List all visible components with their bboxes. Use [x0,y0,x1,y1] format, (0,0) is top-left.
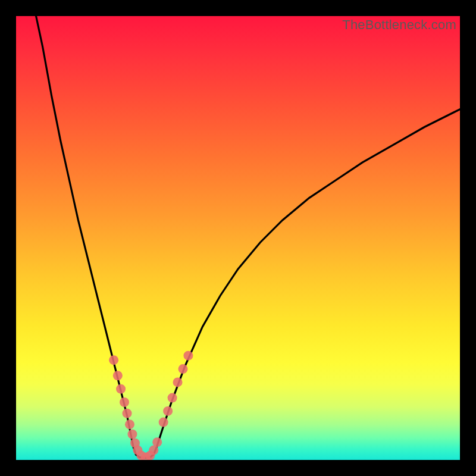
curve-marker [178,364,188,374]
chart-frame: TheBottleneck.com [0,0,476,476]
curve-marker [159,418,168,427]
curve-marker [109,355,118,365]
bottleneck-curve [36,16,460,458]
marker-group [109,351,193,460]
curve-marker [125,419,134,429]
curve-marker [116,384,126,394]
plot-area: TheBottleneck.com [16,16,460,460]
curve-marker [173,377,183,387]
curve-marker [123,409,132,418]
curve-marker [183,351,193,361]
curve-marker [113,371,123,380]
curve-layer [16,16,460,460]
curve-marker [120,397,129,407]
watermark-text: TheBottleneck.com [342,17,456,33]
curve-marker [163,406,173,416]
curve-marker [152,437,162,447]
curve-marker [168,393,177,403]
curve-marker [127,430,137,439]
